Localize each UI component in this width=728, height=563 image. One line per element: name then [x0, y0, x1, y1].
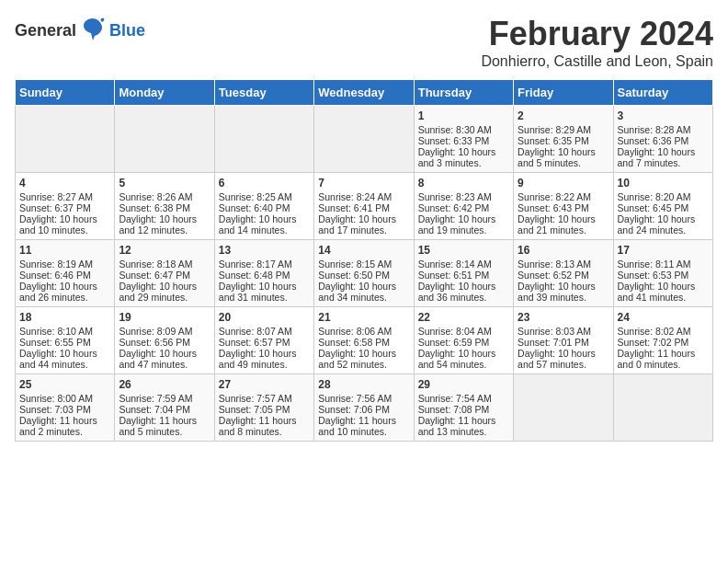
day-info: Daylight: 10 hours: [518, 146, 609, 157]
day-info: Sunset: 6:52 PM: [518, 270, 609, 281]
calendar-cell: 2Sunrise: 8:29 AMSunset: 6:35 PMDaylight…: [514, 106, 613, 173]
day-info: Sunrise: 8:25 AM: [219, 191, 310, 202]
day-info: Daylight: 10 hours: [119, 281, 210, 292]
day-info: Sunset: 6:45 PM: [618, 202, 709, 213]
column-header-sunday: Sunday: [16, 80, 115, 106]
day-info: Sunset: 6:38 PM: [119, 202, 210, 213]
day-info: Sunrise: 8:04 AM: [418, 326, 509, 337]
calendar-cell: 25Sunrise: 8:00 AMSunset: 7:03 PMDayligh…: [16, 374, 115, 442]
day-number: 28: [318, 378, 409, 391]
day-info: Sunrise: 8:26 AM: [119, 191, 210, 202]
calendar-cell: 17Sunrise: 8:11 AMSunset: 6:53 PMDayligh…: [613, 240, 712, 307]
day-number: 16: [518, 244, 609, 257]
logo: General Blue: [15, 15, 145, 46]
calendar-cell: 4Sunrise: 8:27 AMSunset: 6:37 PMDaylight…: [16, 173, 115, 240]
day-info: Sunrise: 8:27 AM: [19, 191, 110, 202]
day-info: Sunset: 6:41 PM: [318, 202, 409, 213]
day-info: Sunset: 7:01 PM: [518, 337, 609, 348]
calendar-cell: 15Sunrise: 8:14 AMSunset: 6:51 PMDayligh…: [414, 240, 513, 307]
day-info: Daylight: 10 hours: [219, 348, 310, 359]
day-info: Daylight: 10 hours: [219, 281, 310, 292]
day-number: 5: [119, 177, 210, 190]
calendar-cell: 1Sunrise: 8:30 AMSunset: 6:33 PMDaylight…: [414, 106, 513, 173]
day-info: Sunrise: 8:15 AM: [318, 259, 409, 270]
calendar-cell: 11Sunrise: 8:19 AMSunset: 6:46 PMDayligh…: [16, 240, 115, 307]
day-info: and 21 minutes.: [518, 224, 609, 236]
day-number: 15: [418, 244, 509, 257]
day-info: and 5 minutes.: [119, 426, 210, 437]
day-info: and 29 minutes.: [119, 292, 210, 303]
day-info: Daylight: 10 hours: [119, 348, 210, 359]
calendar-week-row: 25Sunrise: 8:00 AMSunset: 7:03 PMDayligh…: [16, 374, 713, 442]
day-number: 14: [318, 244, 409, 257]
day-info: Daylight: 10 hours: [19, 213, 110, 224]
day-info: and 7 minutes.: [618, 157, 709, 168]
day-number: 7: [318, 177, 409, 190]
day-number: 29: [418, 378, 509, 391]
day-info: and 8 minutes.: [219, 426, 310, 437]
day-info: Sunrise: 7:57 AM: [219, 393, 310, 404]
day-info: Sunset: 7:03 PM: [19, 404, 110, 415]
day-info: and 13 minutes.: [418, 426, 509, 437]
day-info: and 12 minutes.: [119, 224, 210, 236]
day-info: Sunrise: 7:54 AM: [418, 393, 509, 404]
day-number: 4: [19, 177, 110, 190]
calendar-week-row: 4Sunrise: 8:27 AMSunset: 6:37 PMDaylight…: [16, 173, 713, 240]
day-info: Daylight: 10 hours: [618, 281, 709, 292]
day-info: Daylight: 10 hours: [19, 348, 110, 359]
day-info: Daylight: 10 hours: [318, 213, 409, 224]
day-info: Sunset: 6:51 PM: [418, 270, 509, 281]
day-info: Sunrise: 8:11 AM: [618, 259, 709, 270]
day-info: and 14 minutes.: [219, 224, 310, 236]
day-info: Sunset: 6:46 PM: [19, 270, 110, 281]
calendar-cell: 9Sunrise: 8:22 AMSunset: 6:43 PMDaylight…: [514, 173, 613, 240]
day-info: Sunrise: 8:03 AM: [518, 326, 609, 337]
calendar-week-row: 11Sunrise: 8:19 AMSunset: 6:46 PMDayligh…: [16, 240, 713, 307]
day-info: Sunrise: 8:22 AM: [518, 191, 609, 202]
day-info: Sunset: 7:04 PM: [119, 404, 210, 415]
column-header-wednesday: Wednesday: [314, 80, 414, 106]
calendar-cell: [115, 106, 214, 173]
calendar-cell: 28Sunrise: 7:56 AMSunset: 7:06 PMDayligh…: [314, 374, 414, 442]
logo-bird-icon: [80, 15, 106, 46]
day-info: and 52 minutes.: [318, 359, 409, 370]
day-info: Daylight: 10 hours: [418, 281, 509, 292]
day-info: Sunrise: 8:14 AM: [418, 259, 509, 270]
page-header: General Blue February 2024 Donhierro, Ca…: [15, 15, 713, 70]
day-number: 24: [618, 311, 709, 324]
day-info: Sunset: 6:33 PM: [418, 135, 509, 146]
day-info: and 26 minutes.: [19, 292, 110, 303]
logo-blue: Blue: [109, 21, 145, 40]
day-info: and 5 minutes.: [518, 157, 609, 168]
day-info: Daylight: 11 hours: [219, 415, 310, 426]
calendar-cell: 20Sunrise: 8:07 AMSunset: 6:57 PMDayligh…: [214, 307, 313, 374]
calendar-cell: 26Sunrise: 7:59 AMSunset: 7:04 PMDayligh…: [115, 374, 214, 442]
day-info: Sunrise: 8:00 AM: [19, 393, 110, 404]
day-info: Daylight: 11 hours: [318, 415, 409, 426]
title-section: February 2024 Donhierro, Castille and Le…: [481, 15, 713, 70]
day-info: Sunrise: 8:09 AM: [119, 326, 210, 337]
day-info: and 3 minutes.: [418, 157, 509, 168]
day-info: Sunset: 6:36 PM: [618, 135, 709, 146]
calendar-header-row: SundayMondayTuesdayWednesdayThursdayFrid…: [16, 80, 713, 106]
calendar-cell: 5Sunrise: 8:26 AMSunset: 6:38 PMDaylight…: [115, 173, 214, 240]
calendar-cell: 29Sunrise: 7:54 AMSunset: 7:08 PMDayligh…: [414, 374, 513, 442]
day-number: 21: [318, 311, 409, 324]
day-info: Sunset: 7:02 PM: [618, 337, 709, 348]
day-number: 10: [618, 177, 709, 190]
calendar-cell: 12Sunrise: 8:18 AMSunset: 6:47 PMDayligh…: [115, 240, 214, 307]
day-info: Sunset: 7:06 PM: [318, 404, 409, 415]
day-info: Sunrise: 8:10 AM: [19, 326, 110, 337]
day-info: Sunrise: 8:24 AM: [318, 191, 409, 202]
day-info: and 2 minutes.: [19, 426, 110, 437]
calendar-cell: 3Sunrise: 8:28 AMSunset: 6:36 PMDaylight…: [613, 106, 712, 173]
day-info: Sunset: 6:40 PM: [219, 202, 310, 213]
day-info: and 36 minutes.: [418, 292, 509, 303]
day-info: Sunrise: 7:56 AM: [318, 393, 409, 404]
day-info: and 47 minutes.: [119, 359, 210, 370]
day-info: Sunset: 7:05 PM: [219, 404, 310, 415]
calendar-cell: 19Sunrise: 8:09 AMSunset: 6:56 PMDayligh…: [115, 307, 214, 374]
calendar-cell: [16, 106, 115, 173]
day-number: 9: [518, 177, 609, 190]
day-number: 26: [119, 378, 210, 391]
